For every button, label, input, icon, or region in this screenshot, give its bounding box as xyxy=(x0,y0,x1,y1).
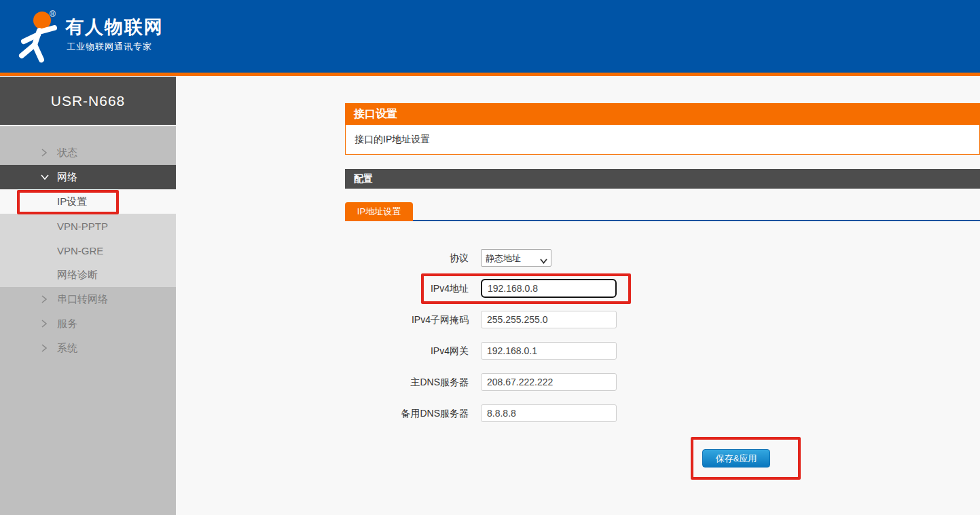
ipv4-gateway-input[interactable] xyxy=(481,342,617,360)
sidebar-item-network-diagnosis[interactable]: 网络诊断 xyxy=(0,263,176,287)
ipv4-gateway-label: IPv4网关 xyxy=(299,342,469,360)
chevron-right-icon xyxy=(41,295,49,303)
device-model-header: USR-N668 xyxy=(0,77,176,125)
app-root: ® 有人物联网 工业物联网通讯专家 USR-N668 状态 网络 IP设置 VP… xyxy=(0,0,980,515)
chevron-right-icon xyxy=(41,344,49,352)
sidebar-item-vpn-pptp[interactable]: VPN-PPTP xyxy=(0,214,176,238)
sidebar-item-services[interactable]: 服务 xyxy=(0,311,176,336)
page-description: 接口的IP地址设置 xyxy=(345,125,980,155)
protocol-select-wrap: 静态地址 xyxy=(481,249,551,267)
section-header-config: 配置 xyxy=(345,169,980,189)
tab-underline xyxy=(345,220,980,221)
ipv4-address-wrap xyxy=(481,279,617,298)
protocol-select[interactable]: 静态地址 xyxy=(481,249,551,267)
sidebar-item-serial-to-network[interactable]: 串口转网络 xyxy=(0,287,176,311)
ipv4-netmask-input[interactable] xyxy=(481,311,617,328)
sidebar-nav: 状态 网络 IP设置 VPN-PPTP VPN-GRE 网络诊断 串口转网络 xyxy=(0,126,176,515)
registered-trademark: ® xyxy=(50,9,56,19)
ipv4-gateway-wrap xyxy=(481,342,617,360)
tab-ip-address-settings[interactable]: IP地址设置 xyxy=(345,202,413,221)
primary-dns-wrap xyxy=(481,373,617,391)
backup-dns-input[interactable] xyxy=(481,404,617,422)
brand-slogan: 工业物联网通讯专家 xyxy=(67,41,152,53)
chevron-down-icon xyxy=(41,173,49,181)
ipv4-address-input[interactable] xyxy=(481,279,617,298)
ipv4-address-label: IPv4地址 xyxy=(299,279,469,298)
primary-dns-input[interactable] xyxy=(481,373,617,391)
top-header: ® 有人物联网 工业物联网通讯专家 xyxy=(0,0,980,73)
page-title: 接口设置 xyxy=(345,103,980,125)
primary-dns-label: 主DNS服务器 xyxy=(299,373,469,391)
ipv4-netmask-wrap xyxy=(481,311,617,328)
brand-title: 有人物联网 xyxy=(65,15,164,39)
sidebar-item-network[interactable]: 网络 xyxy=(0,165,176,189)
chevron-right-icon xyxy=(41,320,49,328)
protocol-label: 协议 xyxy=(299,249,469,267)
header-accent-strip xyxy=(0,73,980,76)
sidebar-item-status[interactable]: 状态 xyxy=(0,140,176,165)
chevron-right-icon xyxy=(41,149,49,157)
sidebar-item-system[interactable]: 系统 xyxy=(0,336,176,360)
backup-dns-label: 备用DNS服务器 xyxy=(299,404,469,422)
ipv4-netmask-label: IPv4子网掩码 xyxy=(299,311,469,328)
sidebar-item-ip-settings[interactable]: IP设置 xyxy=(0,189,176,214)
sidebar-item-vpn-gre[interactable]: VPN-GRE xyxy=(0,238,176,263)
backup-dns-wrap xyxy=(481,404,617,422)
save-apply-button[interactable]: 保存&应用 xyxy=(702,449,770,468)
